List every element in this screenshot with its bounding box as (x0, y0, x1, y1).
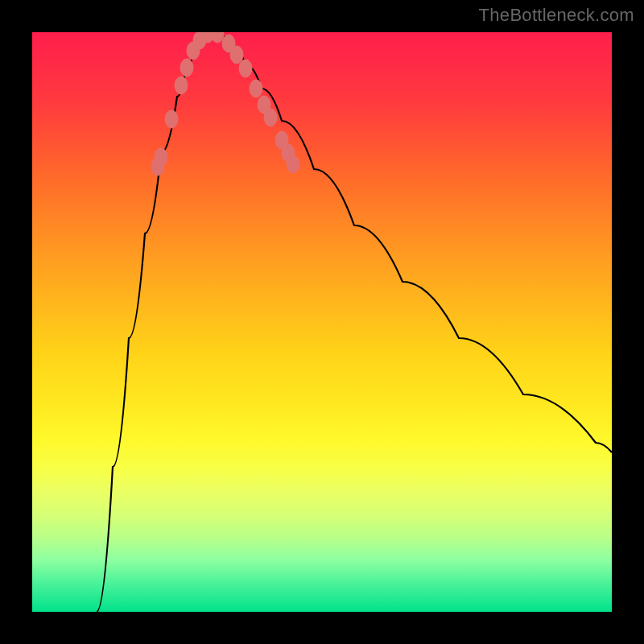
data-dot (155, 148, 167, 166)
data-dot (264, 109, 277, 126)
watermark-text: TheBottleneck.com (479, 5, 634, 26)
data-dots (151, 32, 299, 175)
data-dot (165, 110, 178, 128)
data-dot (180, 59, 193, 76)
left-curve (97, 34, 205, 612)
right-curve (217, 34, 612, 452)
data-dot (287, 155, 299, 173)
data-dot (250, 80, 262, 97)
chart-svg (32, 32, 612, 612)
data-dot (239, 60, 252, 77)
data-dot (175, 76, 188, 94)
data-dot (230, 46, 243, 64)
data-dot (211, 32, 224, 43)
chart-frame: TheBottleneck.com (0, 0, 644, 644)
plot-area (32, 32, 612, 612)
